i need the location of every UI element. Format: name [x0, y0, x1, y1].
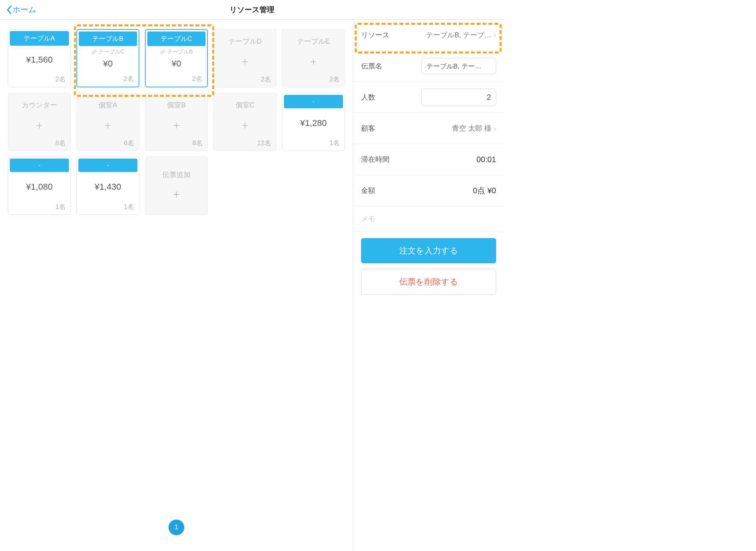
- resource-card-empty[interactable]: カウンター ＋ 8名: [8, 93, 71, 151]
- slip-name-label: 伝票名: [361, 61, 382, 71]
- card-amount: ¥1,560: [26, 55, 52, 65]
- chevron-left-icon: [6, 5, 12, 15]
- sidebar-row-customer[interactable]: 顧客 青空 太郎 様 ›: [361, 113, 496, 144]
- card-title: テーブルD: [215, 31, 274, 49]
- resource-grid: テーブルA ¥1,560 2名 テーブルB テーブルC ¥0 2名 テーブルC …: [8, 29, 345, 215]
- main-area: テーブルA ¥1,560 2名 テーブルB テーブルC ¥0 2名 テーブルC …: [0, 20, 353, 551]
- plus-icon: ＋: [171, 118, 182, 133]
- duration-value: 00:01: [476, 155, 496, 164]
- card-capacity: 2名: [214, 72, 276, 87]
- duration-label: 滞在時間: [361, 155, 389, 164]
- sidebar-row-people: 人数: [361, 82, 496, 113]
- slip-name-input[interactable]: [421, 58, 496, 74]
- delete-slip-button[interactable]: 伝票を削除する: [361, 269, 496, 295]
- page-title: リソース管理: [230, 5, 274, 15]
- card-title: テーブルC: [147, 31, 206, 46]
- card-title: 個室C: [215, 95, 274, 113]
- resource-card[interactable]: - ¥1,080 1名: [8, 157, 71, 215]
- card-capacity: 8名: [8, 136, 70, 151]
- resource-card-empty[interactable]: 個室C ＋ 12名: [213, 93, 276, 151]
- link-icon: [91, 49, 97, 55]
- resource-card[interactable]: - ¥1,430 1名: [76, 157, 139, 215]
- card-title: 個室B: [147, 95, 206, 113]
- plus-icon: ＋: [239, 118, 250, 133]
- add-card-label: 伝票追加: [162, 170, 191, 179]
- card-amount: ¥1,280: [300, 118, 326, 128]
- resource-card[interactable]: - ¥1,280 1名: [282, 93, 345, 151]
- pager-current[interactable]: 1: [169, 520, 184, 535]
- resource-card-empty[interactable]: 個室B ＋ 8名: [145, 93, 208, 151]
- sidebar-row-resource[interactable]: リソース テーブルB, テーブ… ›: [361, 20, 496, 50]
- sidebar-row-duration: 滞在時間 00:01: [361, 144, 496, 175]
- resource-label: リソース: [361, 30, 389, 40]
- card-title: -: [284, 95, 343, 108]
- card-amount: ¥1,080: [26, 182, 52, 192]
- chevron-right-icon: ›: [494, 124, 496, 133]
- resource-card[interactable]: テーブルA ¥1,560 2名: [8, 29, 71, 87]
- card-capacity: 8名: [145, 136, 208, 151]
- resource-value: テーブルB, テーブ…: [426, 30, 491, 40]
- plus-icon: ＋: [102, 118, 113, 133]
- card-title: -: [10, 159, 69, 172]
- resource-card-empty[interactable]: テーブルE ＋ 2名: [282, 29, 345, 87]
- add-slip-card[interactable]: 伝票追加＋: [145, 157, 208, 215]
- card-capacity: 12名: [214, 136, 276, 151]
- card-people: 2名: [8, 72, 70, 87]
- people-label: 人数: [361, 92, 375, 102]
- card-people: 2名: [146, 72, 207, 87]
- people-input[interactable]: [421, 89, 496, 106]
- sidebar-row-slip-name: 伝票名: [361, 51, 496, 81]
- card-title: -: [78, 159, 137, 172]
- card-amount: ¥1,430: [94, 182, 121, 192]
- plus-icon: ＋: [171, 187, 182, 202]
- resource-card[interactable]: テーブルB テーブルC ¥0 2名: [76, 29, 139, 87]
- back-button[interactable]: ホーム: [6, 4, 36, 15]
- card-title: テーブルE: [284, 31, 343, 49]
- header: ホーム リソース管理: [0, 0, 504, 20]
- amount-label: 金額: [361, 186, 375, 195]
- sidebar-row-amount: 金額 0点 ¥0: [361, 175, 496, 206]
- resource-card-empty[interactable]: テーブルD ＋ 2名: [213, 29, 276, 87]
- plus-icon: ＋: [308, 54, 319, 69]
- sidebar: リソース テーブルB, テーブ… › 伝票名 人数: [353, 20, 504, 551]
- card-people: 2名: [77, 72, 139, 87]
- card-title: カウンター: [10, 95, 69, 113]
- amount-value: 0点 ¥0: [473, 185, 496, 196]
- customer-label: 顧客: [361, 124, 375, 133]
- linked-indicator: テーブルB: [146, 48, 207, 55]
- back-label: ホーム: [13, 4, 36, 15]
- order-button[interactable]: 注文を入力する: [361, 238, 496, 263]
- card-title: テーブルA: [10, 31, 69, 46]
- plus-icon: ＋: [239, 54, 250, 69]
- card-people: 1名: [8, 200, 70, 214]
- linked-indicator: テーブルC: [77, 48, 139, 55]
- chevron-right-icon: ›: [494, 31, 496, 39]
- resource-card[interactable]: テーブルC テーブルB ¥0 2名: [145, 29, 208, 87]
- plus-icon: ＋: [34, 118, 45, 133]
- card-title: 個室A: [78, 95, 137, 113]
- memo-input[interactable]: メモ: [353, 206, 504, 232]
- card-people: 1名: [282, 136, 345, 151]
- card-amount: ¥0: [103, 59, 113, 69]
- resource-card-empty[interactable]: 個室A ＋ 6名: [76, 93, 139, 151]
- card-amount: ¥0: [172, 59, 181, 69]
- customer-value: 青空 太郎 様: [452, 124, 491, 133]
- card-people: 1名: [77, 200, 139, 214]
- card-capacity: 6名: [77, 136, 139, 151]
- card-title: テーブルB: [79, 31, 137, 46]
- card-capacity: 2名: [282, 72, 345, 87]
- link-icon: [160, 49, 165, 55]
